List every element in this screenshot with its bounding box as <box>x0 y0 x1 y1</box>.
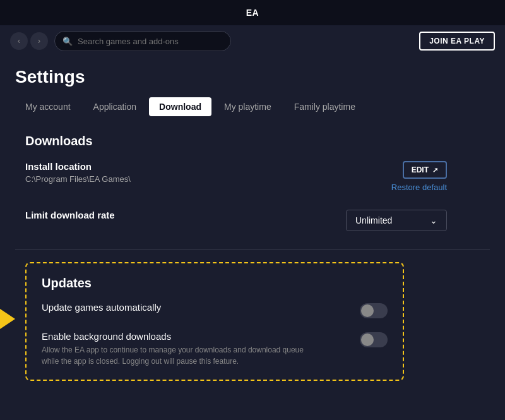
tab-my-account[interactable]: My account <box>15 97 81 116</box>
forward-button[interactable]: › <box>30 32 48 50</box>
background-downloads-label-block: Enable background downloads Allow the EA… <box>42 331 360 367</box>
updates-section: Updates Update games automatically Enabl… <box>25 262 404 381</box>
section-divider <box>15 249 490 249</box>
downloads-title: Downloads <box>25 134 447 148</box>
auto-update-label: Update games automatically <box>42 302 347 313</box>
toggle-knob <box>361 304 374 317</box>
external-link-icon: ➚ <box>432 166 438 174</box>
toggle-knob-2 <box>361 333 374 346</box>
updates-wrapper: Updates Update games automatically Enabl… <box>15 262 490 381</box>
nav-arrows: ‹ › <box>10 32 48 50</box>
tab-download[interactable]: Download <box>149 97 211 116</box>
forward-icon: › <box>38 37 40 45</box>
nav-bar: ‹ › 🔍 JOIN EA PLAY <box>0 25 505 57</box>
edit-button[interactable]: EDIT ➚ <box>403 161 447 179</box>
search-bar: 🔍 <box>54 31 231 51</box>
search-input[interactable] <box>78 37 223 46</box>
top-bar: EA <box>0 0 505 25</box>
updates-title: Updates <box>42 276 388 291</box>
tab-family-playtime[interactable]: Family playtime <box>284 97 365 116</box>
arrow-head <box>0 309 15 329</box>
background-downloads-toggle[interactable] <box>360 332 388 347</box>
background-downloads-row: Enable background downloads Allow the EA… <box>42 331 388 367</box>
background-downloads-label: Enable background downloads <box>42 331 347 342</box>
auto-update-toggle[interactable] <box>360 303 388 318</box>
install-location-label: Install location <box>25 161 131 172</box>
tab-application[interactable]: Application <box>83 97 147 116</box>
auto-update-row: Update games automatically <box>42 302 388 318</box>
limit-download-rate-row: Limit download rate Unlimited ⌄ <box>25 210 447 231</box>
download-rate-dropdown[interactable]: Unlimited ⌄ <box>346 210 447 231</box>
restore-default-link[interactable]: Restore default <box>391 183 447 192</box>
background-downloads-desc: Allow the EA app to continue to manage y… <box>42 344 307 367</box>
main-content: Settings My account Application Download… <box>0 57 505 391</box>
chevron-down-icon: ⌄ <box>430 215 437 225</box>
back-icon: ‹ <box>18 37 20 45</box>
edit-label: EDIT <box>412 165 429 174</box>
join-ea-play-button[interactable]: JOIN EA PLAY <box>419 32 495 51</box>
install-location-path: C:\Program Files\EA Games\ <box>25 174 131 184</box>
downloads-section: Downloads Install location C:\Program Fi… <box>15 134 457 231</box>
back-button[interactable]: ‹ <box>10 32 28 50</box>
auto-update-label-block: Update games automatically <box>42 302 360 315</box>
download-rate-value: Unlimited <box>355 215 392 225</box>
page-title: Settings <box>15 67 490 87</box>
install-location-actions: EDIT ➚ Restore default <box>391 161 447 192</box>
limit-download-rate-label: Limit download rate <box>25 210 115 220</box>
arrow-annotation <box>0 309 15 329</box>
arrow-body <box>0 309 15 329</box>
search-icon: 🔍 <box>62 37 73 46</box>
app-title: EA <box>246 8 259 18</box>
install-location-row: Install location C:\Program Files\EA Gam… <box>25 161 447 192</box>
install-location-info: Install location C:\Program Files\EA Gam… <box>25 161 131 184</box>
tab-my-playtime[interactable]: My playtime <box>214 97 282 116</box>
tabs-bar: My account Application Download My playt… <box>15 97 490 116</box>
